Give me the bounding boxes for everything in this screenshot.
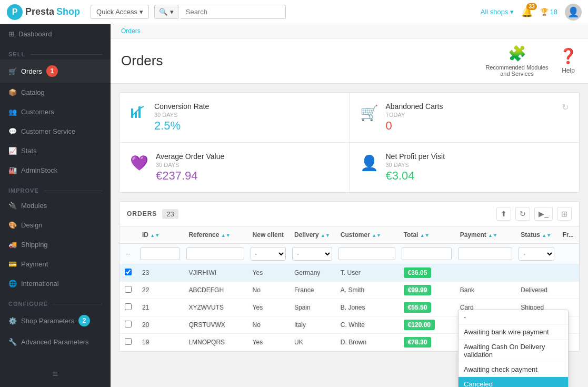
refresh-icon[interactable]: ↻ [562,102,569,112]
row-id: 22 [137,282,183,299]
row-reference: VJIRHIWI [183,264,247,282]
row-new-client: No [247,316,289,334]
table-row[interactable]: 23 VJIRHIWI Yes Germany T. User €36.05 [119,264,579,282]
status-dropdown-item[interactable]: Awaiting Cash On Delivery validation [459,340,568,362]
recommended-modules-button[interactable]: 🧩 Recommended Modules and Services [485,45,549,77]
filter-total-input[interactable] [402,247,452,260]
sort-icons-id: ▲▼ [150,233,160,238]
orders-step-badge: 1 [46,65,58,77]
top-navigation: P PrestaShop Quick Access ▾ 🔍 ▾ All shop… [0,0,588,24]
advanced-params-icon: 🔧 [8,338,17,346]
th-new-client: New client [247,226,289,244]
th-customer[interactable]: Customer ▲▼ [335,226,398,244]
sidebar-label-modules: Modules [21,202,47,210]
sidebar-section-improve: IMPROVE [0,180,111,196]
modules-icon: 🔌 [8,202,17,210]
row-checkbox-cell [119,316,137,334]
sidebar-item-stats[interactable]: 📈 Stats [0,141,111,161]
row-new-client: No [247,282,289,299]
filter-reference-input[interactable] [186,247,244,260]
row-checkbox[interactable] [125,303,132,310]
status-dropdown-item[interactable]: Canceled [459,377,568,387]
status-dropdown-item[interactable]: Awaiting check payment [459,362,568,377]
logo[interactable]: P PrestaShop [6,4,80,21]
filter-payment-input[interactable] [458,247,513,260]
sidebar-item-international[interactable]: 🌐 International [0,274,111,293]
orders-table-header: ORDERS 23 ⬆ ↻ ▶_ ⊞ [119,202,579,226]
filter-row: -- - Yes No - [119,244,579,264]
help-label: Help [562,67,575,74]
filter-new-client-select[interactable]: - Yes No [251,247,286,261]
status-dropdown-item[interactable]: Awaiting bank wire payment [459,325,568,340]
filter-customer-input[interactable] [338,247,395,260]
help-button[interactable]: ❓ Help [559,47,577,74]
sidebar-collapse-button[interactable]: ≡ [0,361,111,387]
sidebar-label-dashboard: Dashboard [18,30,52,38]
quick-access-button[interactable]: Quick Access ▾ [91,5,149,19]
sidebar-item-adminstock[interactable]: 🏭 AdminStock [0,161,111,180]
row-checkbox[interactable] [125,321,132,328]
sidebar-item-orders[interactable]: 🛒 Orders 1 [0,59,111,83]
sidebar-item-modules[interactable]: 🔌 Modules [0,196,111,215]
th-id[interactable]: ID ▲▼ [137,226,183,244]
breadcrumb: Orders [111,24,588,38]
status-dropdown[interactable]: -Awaiting bank wire paymentAwaiting Cash… [458,310,569,387]
search-type-button[interactable]: 🔍 ▾ [154,5,178,19]
trophy-button[interactable]: 🏆 18 [540,8,557,16]
filter-delivery-select[interactable]: - [292,247,332,261]
search-input[interactable] [181,5,286,19]
columns-button[interactable]: ⊞ [557,207,572,221]
filter-td-id [137,244,183,264]
all-shops-button[interactable]: All shops ▾ [481,8,514,16]
sidebar-label-orders: Orders [21,67,42,75]
sidebar-item-shop-parameters[interactable]: ⚙️ Shop Parameters 2 [0,309,111,332]
sidebar-item-design[interactable]: 🎨 Design [0,215,111,235]
row-checkbox[interactable] [125,269,132,275]
avg-order-period: 30 DAYS [156,162,338,168]
th-delivery[interactable]: Delivery ▲▼ [289,226,335,244]
sidebar-item-payment[interactable]: 💳 Payment [0,254,111,274]
row-checkbox[interactable] [125,338,132,345]
row-checkbox[interactable] [125,286,132,293]
avg-order-label: Average Order Value [156,152,338,161]
table-row[interactable]: 22 ABCDEFGH No France A. Smith €99.99 Ba… [119,282,579,299]
abandoned-period: TODAY [386,112,555,118]
sidebar-label-customers: Customers [21,108,54,116]
export-button[interactable]: ⬆ [496,207,511,221]
orders-icon: 🛒 [8,67,17,75]
search-area: 🔍 ▾ [154,5,312,19]
notifications-button[interactable]: 🔔 33 [521,6,533,18]
stat-info-conversion: Conversion Rate 30 DAYS 2.5% [154,102,338,133]
stat-card-avg-order: 💜 Average Order Value 30 DAYS €237.94 [119,143,350,192]
shop-params-icon: ⚙️ [8,317,17,325]
user-avatar[interactable]: 👤 [565,4,582,21]
row-status [515,264,557,282]
sidebar-item-shipping[interactable]: 🚚 Shipping [0,235,111,254]
trophy-icon: 🏆 [540,8,549,16]
refresh-table-button[interactable]: ↻ [515,207,530,221]
avatar-icon: 👤 [567,6,579,18]
sidebar-item-customer-service[interactable]: 💬 Customer Service [0,122,111,141]
filter-td-delivery: - [289,244,335,264]
th-total[interactable]: Total ▲▼ [398,226,455,244]
row-reference: QRSTUVWX [183,316,247,334]
logo-icon: P [6,4,23,21]
th-payment[interactable]: Payment ▲▼ [455,226,516,244]
terminal-button[interactable]: ▶_ [534,207,553,221]
chevron-down-icon: ▾ [510,8,514,16]
sidebar: ⊞ Dashboard SELL 🛒 Orders 1 📦 Catalog 👥 … [0,24,111,387]
th-status[interactable]: Status ▲▼ [515,226,557,244]
sidebar-item-advanced-parameters[interactable]: 🔧 Advanced Parameters [0,332,111,352]
row-reference: XYZWVUTS [183,299,247,316]
sidebar-item-catalog[interactable]: 📦 Catalog [0,83,111,102]
sidebar-item-customers[interactable]: 👥 Customers [0,102,111,122]
table-action-buttons: ⬆ ↻ ▶_ ⊞ [496,207,572,221]
sidebar-item-dashboard[interactable]: ⊞ Dashboard [0,24,111,44]
filter-id-input[interactable] [140,247,180,260]
row-payment: Bank [455,282,516,299]
status-dropdown-item[interactable]: - [459,310,568,325]
th-reference[interactable]: Reference ▲▼ [183,226,247,244]
breadcrumb-orders-link[interactable]: Orders [121,27,141,35]
filter-status-select[interactable]: - [519,247,554,261]
stat-card-conversion: Conversion Rate 30 DAYS 2.5% [119,93,350,143]
